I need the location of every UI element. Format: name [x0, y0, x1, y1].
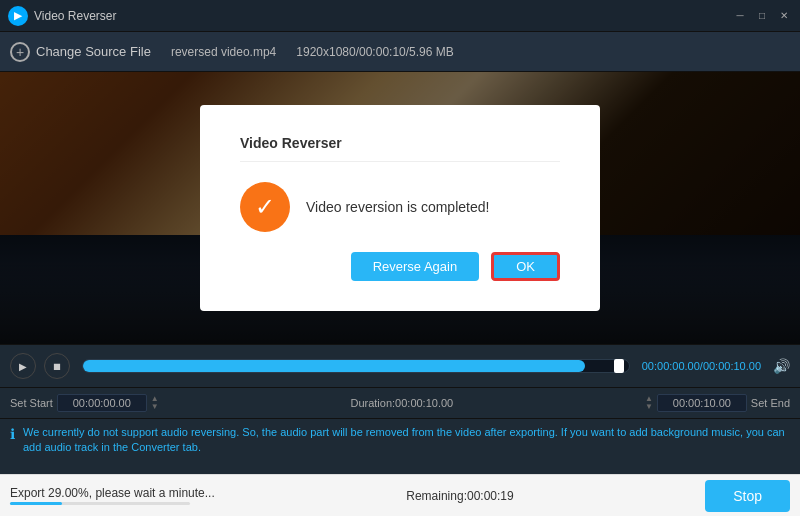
time-edit-row: Set Start ▲ ▼ Duration:00:00:10.00 ▲ ▼ S… — [0, 387, 800, 418]
end-time-stepper[interactable]: ▲ ▼ — [645, 395, 653, 411]
timeline-section: ▶ ⏹ 00:00:00.00/00:00:10.00 🔊 — [0, 344, 800, 387]
completion-message: Video reversion is completed! — [306, 199, 489, 215]
close-button[interactable]: ✕ — [776, 8, 792, 24]
end-time-group: ▲ ▼ Set End — [645, 394, 790, 412]
dialog-buttons: Reverse Again OK — [240, 252, 560, 281]
file-meta: 1920x1080/00:00:10/5.96 MB — [296, 45, 453, 59]
start-time-input[interactable] — [57, 394, 147, 412]
end-time-down[interactable]: ▼ — [645, 403, 653, 411]
success-icon: ✓ — [240, 182, 290, 232]
export-info: Export 29.00%, please wait a minute... — [10, 486, 215, 505]
toolbar: + Change Source File reversed video.mp4 … — [0, 32, 800, 72]
start-time-stepper[interactable]: ▲ ▼ — [151, 395, 159, 411]
stop-playback-button[interactable]: ⏹ — [44, 353, 70, 379]
export-progress-bar — [10, 502, 190, 505]
start-time-group: Set Start ▲ ▼ — [10, 394, 159, 412]
export-progress-fill — [10, 502, 62, 505]
duration-display: Duration:00:00:10.00 — [350, 397, 453, 409]
dialog-title: Video Reverser — [240, 135, 560, 162]
start-time-down[interactable]: ▼ — [151, 403, 159, 411]
app-title: Video Reverser — [34, 9, 732, 23]
dialog-content: ✓ Video reversion is completed! — [240, 182, 489, 232]
progress-track[interactable] — [82, 359, 630, 373]
change-source-button[interactable]: + Change Source File — [10, 42, 151, 62]
play-button[interactable]: ▶ — [10, 353, 36, 379]
progress-thumb[interactable] — [614, 359, 624, 373]
export-progress-text: Export 29.00%, please wait a minute... — [10, 486, 215, 500]
window-controls: ─ □ ✕ — [732, 8, 792, 24]
ok-button[interactable]: OK — [491, 252, 560, 281]
status-bar: Export 29.00%, please wait a minute... R… — [0, 474, 800, 516]
remaining-time-text: Remaining:00:00:19 — [406, 489, 513, 503]
volume-icon[interactable]: 🔊 — [773, 358, 790, 374]
video-preview: Video Reverser ✓ Video reversion is comp… — [0, 72, 800, 344]
info-text: We currently do not support audio revers… — [23, 425, 790, 456]
minimize-button[interactable]: ─ — [732, 8, 748, 24]
playback-controls: ▶ ⏹ 00:00:00.00/00:00:10.00 🔊 — [10, 353, 790, 379]
app-icon: ▶ — [8, 6, 28, 26]
stop-button[interactable]: Stop — [705, 480, 790, 512]
file-name: reversed video.mp4 — [171, 45, 276, 59]
maximize-button[interactable]: □ — [754, 8, 770, 24]
progress-fill — [83, 360, 585, 372]
add-icon: + — [10, 42, 30, 62]
reverse-again-button[interactable]: Reverse Again — [351, 252, 480, 281]
title-bar: ▶ Video Reverser ─ □ ✕ — [0, 0, 800, 32]
completion-dialog: Video Reverser ✓ Video reversion is comp… — [200, 105, 600, 311]
set-start-label: Set Start — [10, 397, 53, 409]
time-display: 00:00:00.00/00:00:10.00 — [642, 360, 761, 372]
info-icon: ℹ — [10, 426, 15, 442]
file-info: reversed video.mp4 1920x1080/00:00:10/5.… — [171, 45, 454, 59]
info-bar: ℹ We currently do not support audio reve… — [0, 418, 800, 462]
dialog-overlay: Video Reverser ✓ Video reversion is comp… — [0, 72, 800, 344]
change-source-label: Change Source File — [36, 44, 151, 59]
end-time-input[interactable] — [657, 394, 747, 412]
set-end-label: Set End — [751, 397, 790, 409]
